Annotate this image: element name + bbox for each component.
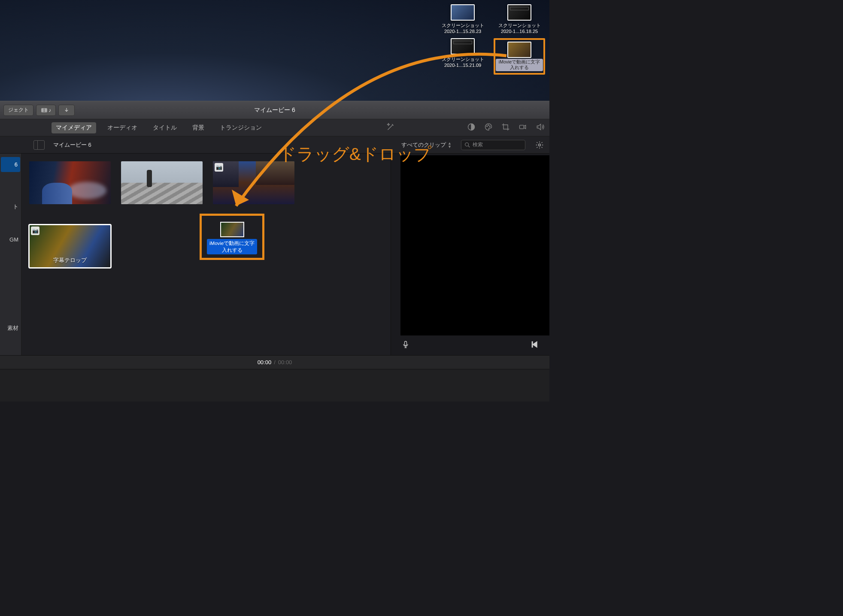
svg-rect-5: [520, 125, 524, 128]
volume-button[interactable]: [536, 123, 544, 133]
magic-wand-icon: [386, 123, 395, 131]
svg-point-6: [465, 142, 469, 146]
timecode-separator: /: [274, 359, 276, 365]
gear-icon: [535, 141, 544, 149]
voiceover-button[interactable]: [401, 340, 410, 351]
svg-point-3: [488, 125, 489, 126]
speaker-icon: [536, 123, 544, 131]
desktop-file-label-selected: iMovieで動画に文字入れする: [496, 59, 543, 71]
skip-previous-button[interactable]: [531, 340, 539, 351]
photo-badge-icon: 📷: [215, 163, 223, 172]
desktop-file-1[interactable]: スクリーンショット2020-1...15.28.23: [437, 4, 488, 35]
contrast-icon: [467, 123, 476, 131]
tab-background[interactable]: 背景: [188, 122, 209, 133]
window-titlebar: ジェクト ♪ マイムービー 6: [0, 101, 549, 119]
svg-point-2: [487, 126, 488, 127]
tab-titles[interactable]: タイトル: [149, 122, 181, 133]
magic-wand-button[interactable]: [386, 123, 395, 133]
preview-controls: [391, 335, 549, 355]
dragged-thumbnail-icon: [220, 222, 244, 237]
updown-icon: ▲▼: [448, 142, 452, 148]
media-tabs-row: マイメディア オーディオ タイトル 背景 トランジション: [0, 119, 549, 136]
filmstrip-icon: [41, 107, 48, 114]
project-name-label: マイムービー 6: [53, 141, 91, 149]
skip-back-icon: [531, 340, 539, 349]
layout-toggle-button[interactable]: [33, 140, 45, 150]
palette-icon: [484, 123, 493, 131]
media-clip-2[interactable]: [121, 161, 203, 204]
settings-button[interactable]: [534, 139, 545, 151]
projects-button[interactable]: ジェクト: [3, 105, 33, 116]
library-sidebar: 6 ト GM 素材: [0, 154, 21, 355]
search-placeholder: 検索: [473, 141, 483, 148]
photo-badge-icon: 📷: [31, 226, 39, 235]
desktop-icons-grid: スクリーンショット2020-1...15.28.23 スクリーンショット2020…: [434, 4, 545, 75]
dragged-item-label: iMovieで動画に文字入れする: [207, 239, 257, 254]
media-clip-4-selected[interactable]: 📷 字幕テロップ: [29, 225, 111, 268]
desktop-file-highlighted[interactable]: iMovieで動画に文字入れする: [494, 38, 545, 75]
image-thumbnail-icon: [507, 42, 531, 58]
search-icon: [464, 142, 471, 148]
desktop-file-label: スクリーンショット2020-1...16.18.25: [498, 22, 541, 35]
timeline-track[interactable]: [0, 369, 549, 402]
svg-point-4: [490, 126, 491, 127]
timecode-current: 00:00: [258, 359, 272, 365]
screenshot-thumbnail-icon: [451, 38, 475, 54]
browser-filter-row: マイムービー 6 すべてのクリップ ▲▼ 検索: [0, 136, 549, 154]
timecode-total: 00:00: [278, 359, 292, 365]
desktop-file-label: スクリーンショット2020-1...15.28.23: [442, 22, 484, 35]
media-clip-1[interactable]: [29, 161, 111, 204]
svg-rect-9: [532, 341, 533, 347]
desktop-file-3[interactable]: スクリーンショット2020-1...15.21.09: [437, 38, 488, 75]
dragged-item-preview[interactable]: iMovieで動画に文字入れする: [200, 214, 264, 260]
screenshot-thumbnail-icon: [507, 4, 531, 21]
media-clip-3[interactable]: 📷: [213, 161, 294, 204]
preview-panel: [391, 154, 549, 355]
desktop-background: スクリーンショット2020-1...15.28.23 スクリーンショット2020…: [0, 0, 549, 101]
timecode-bar: 00:00 / 00:00: [0, 355, 549, 369]
screenshot-thumbnail-icon: [451, 4, 475, 21]
clip-caption: 字幕テロップ: [29, 257, 111, 264]
preview-viewport[interactable]: [400, 155, 549, 335]
svg-rect-8: [405, 341, 407, 345]
desktop-file-2[interactable]: スクリーンショット2020-1...16.18.25: [494, 4, 545, 35]
svg-point-7: [539, 144, 541, 146]
window-title: マイムービー 6: [254, 106, 295, 114]
sidebar-item-1[interactable]: ト: [0, 199, 21, 215]
color-correction-button[interactable]: [484, 123, 493, 133]
tab-audio[interactable]: オーディオ: [103, 122, 142, 133]
sidebar-item-project[interactable]: 6: [1, 157, 20, 172]
svg-rect-0: [42, 109, 47, 112]
video-camera-icon: [519, 123, 527, 131]
tab-mymedia[interactable]: マイメディア: [52, 122, 96, 133]
sidebar-item-bgm[interactable]: GM: [0, 232, 21, 247]
microphone-icon: [401, 340, 410, 349]
sidebar-item-material[interactable]: 素材: [0, 320, 21, 336]
search-input[interactable]: 検索: [461, 140, 525, 150]
media-import-button[interactable]: ♪: [36, 105, 56, 116]
color-balance-button[interactable]: [467, 123, 476, 133]
download-arrow-icon: [63, 107, 70, 114]
import-download-button[interactable]: [58, 105, 75, 116]
tab-transition[interactable]: トランジション: [215, 122, 266, 133]
main-content-area: 6 ト GM 素材 📷 📷 字幕テロップ iMovieで動画に文字入れする: [0, 154, 549, 355]
crop-button[interactable]: [501, 123, 510, 133]
crop-icon: [501, 123, 510, 131]
stabilization-button[interactable]: [519, 123, 527, 133]
imovie-window: ジェクト ♪ マイムービー 6 マイメディア オーディオ タイトル 背景 トラン…: [0, 101, 549, 402]
media-browser[interactable]: 📷 📷 字幕テロップ iMovieで動画に文字入れする: [21, 154, 391, 355]
annotation-label: ドラッグ&ドロップ: [279, 142, 431, 166]
desktop-file-label: スクリーンショット2020-1...15.21.09: [442, 56, 484, 69]
adjustment-toolbar: [467, 119, 544, 136]
